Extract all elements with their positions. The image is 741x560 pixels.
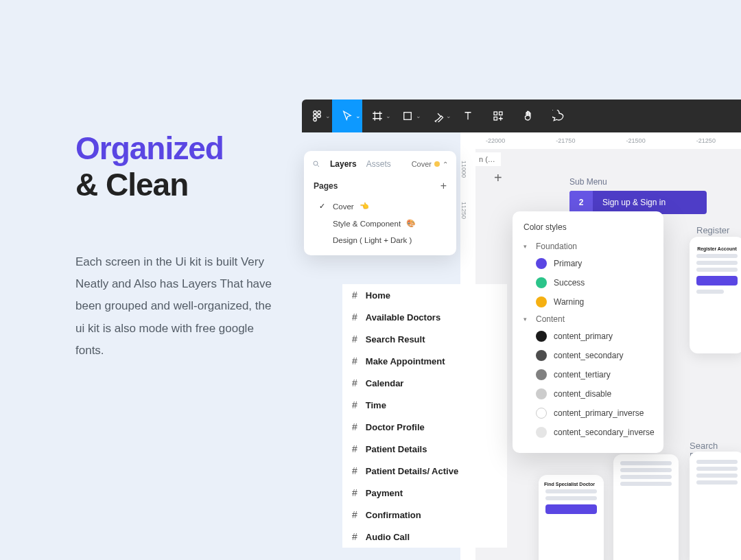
layers-panel: Layers Assets Cover ⌃ Pages + ✓ Cover 👈 … [304,151,456,255]
phone-mock-search [690,452,741,560]
frame-confirmation[interactable]: #Confirmation [342,504,507,526]
frame-icon: # [352,421,357,432]
svg-point-9 [314,161,318,165]
resources-tool[interactable] [483,100,513,132]
frame-patient-details-active[interactable]: #Patient Details/ Active [342,460,507,482]
hero-line2: & Clean [75,167,188,202]
frame-doctor-profile[interactable]: #Doctor Profile [342,416,507,438]
phone-mock-doctors [613,454,679,560]
tab-layers[interactable]: Layers [330,159,357,169]
page-design[interactable]: Design ( Light + Dark ) [304,232,456,248]
submenu-bar[interactable]: 2 Sign up & Sign in [569,191,707,214]
frame-time[interactable]: #Time [342,394,507,416]
color-style-warning[interactable]: Warning [521,292,655,312]
tab-assets[interactable]: Assets [366,159,391,169]
check-icon: ✓ [319,202,327,211]
frame-calendar[interactable]: #Calendar [342,372,507,394]
color-style-content-tertiary[interactable]: content_tertiary [521,365,655,384]
frame-icon: # [352,312,357,323]
frame-icon: # [352,465,357,476]
frame-search-result[interactable]: #Search Result [342,328,507,350]
document-dropdown[interactable]: Cover ⌃ [412,160,448,168]
svg-point-3 [318,115,321,118]
color-style-success[interactable]: Success [521,273,655,292]
resources-icon [492,110,504,122]
page-cover[interactable]: ✓ Cover 👈 [304,198,456,215]
submenu-number: 2 [569,191,593,214]
pages-section-header: Pages + [304,174,456,198]
frame-icon: # [352,509,357,520]
color-style-content-primary-inverse[interactable]: content_primary_inverse [521,404,655,423]
color-styles-panel: Color styles ▾ Foundation Primary Succes… [513,211,663,453]
svg-rect-6 [494,112,497,115]
frame-tool[interactable]: ⌄ [362,100,392,132]
hero-copy: Organized & Clean Each screen in the Ui … [75,130,274,362]
color-style-content-primary[interactable]: content_primary [521,327,655,346]
figma-menu-button[interactable]: ⌄ [302,100,332,132]
text-icon [462,110,474,122]
frame-icon: # [352,399,357,410]
frame-icon [371,110,384,122]
add-page-button[interactable]: + [440,180,447,192]
hero-headline: Organized & Clean [75,130,274,203]
comment-tool[interactable] [543,100,574,132]
color-group-foundation[interactable]: ▾ Foundation [521,239,655,254]
frame-label-register: Register [696,225,729,235]
ruler-horizontal: -22000 -21750 -21500 -21250 [460,132,741,149]
comment-icon [552,110,565,122]
svg-rect-5 [404,113,412,120]
frame-available-doctors[interactable]: #Available Doctors [342,306,507,328]
hero-body: Each screen in the Ui kit is built Very … [75,251,274,362]
svg-point-0 [314,111,317,115]
svg-point-1 [318,111,321,115]
chevron-down-icon: ▾ [524,243,529,250]
pen-icon [432,110,444,122]
frames-list: #Home #Available Doctors #Search Result … [342,284,507,548]
submenu-section: Sub Menu 2 Sign up & Sign in [569,177,707,214]
frame-icon: # [352,487,357,498]
frame-icon: # [352,531,357,542]
frame-icon: # [352,355,357,366]
frame-audio-call[interactable]: #Audio Call [342,526,507,548]
frame-icon: # [352,443,357,454]
move-tool[interactable]: ⌄ [332,100,362,132]
phone-mock-register: Register Account [690,237,741,353]
add-tab-button[interactable]: + [494,170,502,186]
page-style-component[interactable]: Style & Component 🎨 [304,215,456,232]
frame-make-appointment[interactable]: #Make Appointment [342,350,507,372]
rectangle-icon [401,110,414,122]
svg-rect-7 [499,112,503,115]
hand-icon [522,110,534,122]
frame-icon: # [352,377,357,388]
color-style-content-secondary[interactable]: content_secondary [521,346,655,365]
chevron-down-icon: ▾ [524,316,529,323]
hand-tool[interactable] [513,100,543,132]
svg-point-4 [314,118,317,121]
submenu-title: Sub Menu [569,177,707,187]
color-group-content[interactable]: ▾ Content [521,312,655,327]
color-styles-title: Color styles [521,222,655,232]
phone-mock-find: Find Specialist Doctor [539,475,604,560]
cursor-icon [341,110,353,122]
svg-rect-8 [494,117,497,121]
frame-icon: # [352,290,357,301]
document-tab-truncated[interactable]: n (… [473,152,501,166]
frame-icon: # [352,334,357,345]
figma-logo-icon [311,110,323,122]
submenu-label: Sign up & Sign in [593,198,666,207]
frame-home[interactable]: #Home [342,284,507,306]
pen-tool[interactable]: ⌄ [423,100,453,132]
figma-toolbar: ⌄ ⌄ ⌄ ⌄ ⌄ [302,100,741,132]
search-icon[interactable] [312,160,320,168]
frame-patient-details[interactable]: #Patient Details [342,438,507,460]
color-style-primary[interactable]: Primary [521,254,655,273]
frame-payment[interactable]: #Payment [342,482,507,504]
text-tool[interactable] [453,100,483,132]
hero-line1: Organized [75,130,224,166]
dot-icon [434,161,440,167]
color-style-content-secondary-inverse[interactable]: content_secondary_inverse [521,423,655,442]
shape-tool[interactable]: ⌄ [392,100,423,132]
svg-point-2 [314,115,317,118]
color-style-content-disable[interactable]: content_disable [521,384,655,404]
